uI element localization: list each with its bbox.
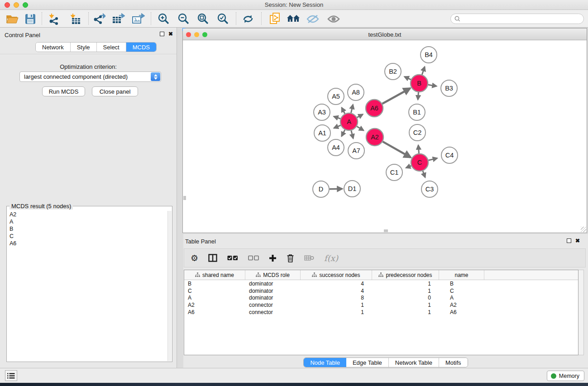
- table-cell[interactable]: B: [439, 281, 484, 287]
- mcds-result-item[interactable]: A6: [10, 240, 167, 247]
- column-header-name[interactable]: name: [439, 270, 484, 280]
- network-window-titlebar[interactable]: testGlobe.txt: [183, 29, 587, 40]
- tab-network-table[interactable]: Network Table: [389, 358, 439, 367]
- tab-mcds[interactable]: MCDS: [126, 43, 156, 52]
- graph-edge-B-B2[interactable]: [405, 76, 411, 79]
- delete-row-trash-icon[interactable]: [287, 254, 294, 262]
- memory-button[interactable]: Memory: [547, 371, 584, 381]
- task-history-button[interactable]: [5, 370, 17, 381]
- import-table-button[interactable]: [67, 12, 84, 26]
- close-table-panel-icon[interactable]: ✖: [575, 238, 580, 243]
- table-cell[interactable]: A6: [184, 309, 245, 315]
- graph-node-C2[interactable]: C2: [409, 124, 425, 141]
- graph-edge-C-C4[interactable]: [428, 158, 437, 161]
- table-cell[interactable]: A: [184, 295, 245, 301]
- graph-node-C4[interactable]: C4: [441, 147, 458, 163]
- mcds-result-item[interactable]: B: [10, 225, 167, 233]
- graph-node-B4[interactable]: B4: [421, 47, 437, 63]
- table-cell[interactable]: dominator: [245, 288, 301, 294]
- float-panel-icon[interactable]: [160, 32, 164, 36]
- graph-edge-A6-B[interactable]: [382, 88, 410, 104]
- graph-node-C3[interactable]: C3: [421, 181, 438, 197]
- graph-edge-A-A7[interactable]: [351, 130, 353, 138]
- search-input[interactable]: [463, 16, 580, 22]
- tab-motifs[interactable]: Motifs: [439, 358, 468, 367]
- column-header-MCDS-role[interactable]: MCDS role: [245, 270, 301, 280]
- tab-style[interactable]: Style: [71, 43, 97, 52]
- column-header-successor-nodes[interactable]: successor nodes: [301, 270, 372, 280]
- columns-icon[interactable]: [208, 254, 217, 262]
- table-cell[interactable]: 0: [372, 295, 439, 301]
- run-mcds-button[interactable]: Run MCDS: [42, 86, 85, 96]
- import-network-button[interactable]: [45, 12, 62, 26]
- table-cell[interactable]: A2: [184, 302, 245, 308]
- select-all-checkboxes-icon[interactable]: [227, 255, 238, 261]
- splitter-handle[interactable]: [384, 229, 388, 232]
- table-cell[interactable]: 4: [301, 281, 372, 287]
- float-table-panel-icon[interactable]: [567, 238, 571, 243]
- graph-node-A2[interactable]: A2: [366, 129, 383, 146]
- table-cell[interactable]: dominator: [245, 281, 301, 287]
- table-cell[interactable]: 1: [301, 302, 372, 308]
- column-header-predecessor-nodes[interactable]: predecessor nodes: [372, 270, 439, 280]
- table-cell[interactable]: C: [184, 288, 245, 294]
- splitter-handle[interactable]: [183, 196, 186, 200]
- graph-node-A6[interactable]: A6: [366, 100, 383, 117]
- mcds-result-item[interactable]: A2: [10, 211, 167, 218]
- graph-node-B3[interactable]: B3: [441, 80, 457, 96]
- graph-edge-A-A1[interactable]: [334, 125, 341, 128]
- table-cell[interactable]: connector: [245, 302, 301, 308]
- graph-edge-A-A8[interactable]: [351, 105, 353, 113]
- graph-edge-A-A2[interactable]: [357, 126, 363, 130]
- export-table-button[interactable]: [110, 12, 127, 26]
- graph-node-D1[interactable]: D1: [344, 181, 360, 197]
- graph-node-A4[interactable]: A4: [328, 139, 344, 156]
- save-session-button[interactable]: [22, 12, 39, 26]
- mcds-result-item[interactable]: A: [10, 218, 167, 225]
- graph-node-A7[interactable]: A7: [348, 143, 364, 159]
- search-field[interactable]: [450, 14, 584, 24]
- graph-edge-C-C1[interactable]: [406, 166, 411, 167]
- graph-edge-A2-C[interactable]: [382, 142, 411, 157]
- table-cell[interactable]: 8: [301, 295, 372, 301]
- close-panel-icon[interactable]: ✖: [168, 32, 173, 36]
- export-network-button[interactable]: [91, 12, 108, 26]
- table-scrollbar[interactable]: [578, 270, 584, 355]
- graph-node-C1[interactable]: C1: [386, 164, 402, 181]
- settings-gear-icon[interactable]: ⚙: [191, 254, 198, 262]
- hide-selected-button[interactable]: [304, 12, 321, 26]
- mcds-result-list[interactable]: A2ABCA6: [8, 211, 167, 361]
- result-scrollbar[interactable]: [167, 211, 172, 361]
- zoom-in-button[interactable]: [155, 12, 172, 26]
- zoom-out-button[interactable]: [175, 12, 192, 26]
- optimization-criterion-select[interactable]: largest connected component (directed): [19, 71, 161, 82]
- graph-edge-A-A4[interactable]: [342, 130, 345, 136]
- new-network-from-selection-button[interactable]: [267, 12, 284, 26]
- graph-node-D[interactable]: D: [313, 181, 329, 197]
- resize-grip[interactable]: [581, 227, 586, 232]
- graph-edge-A-A6[interactable]: [357, 114, 363, 118]
- table-row[interactable]: Cdominator41C: [184, 287, 578, 295]
- table-cell[interactable]: 1: [372, 302, 439, 308]
- zoom-fit-button[interactable]: [195, 12, 212, 26]
- graph-edge-A-A3[interactable]: [334, 116, 340, 119]
- mcds-result-item[interactable]: C: [10, 233, 167, 240]
- first-neighbors-button[interactable]: [285, 12, 302, 26]
- graph-node-A1[interactable]: A1: [314, 125, 330, 141]
- graph-edge-C-C2[interactable]: [418, 145, 419, 153]
- graph-edge-B-B4[interactable]: [422, 67, 425, 75]
- table-cell[interactable]: A6: [439, 309, 484, 315]
- show-all-button[interactable]: [325, 12, 342, 26]
- table-cell[interactable]: A: [439, 295, 484, 301]
- export-image-button[interactable]: [130, 12, 147, 26]
- node-table[interactable]: shared nameMCDS rolesuccessor nodesprede…: [184, 270, 578, 355]
- table-row[interactable]: A2connector11A2: [184, 301, 578, 309]
- graph-node-B1[interactable]: B1: [409, 104, 425, 120]
- graph-edge-B-B3[interactable]: [428, 85, 437, 86]
- table-cell[interactable]: B: [184, 281, 245, 287]
- tab-select[interactable]: Select: [97, 43, 126, 52]
- apply-layout-button[interactable]: [239, 12, 257, 26]
- column-header-shared-name[interactable]: shared name: [184, 270, 245, 280]
- open-session-button[interactable]: [4, 12, 21, 26]
- graph-node-C[interactable]: C: [411, 154, 428, 171]
